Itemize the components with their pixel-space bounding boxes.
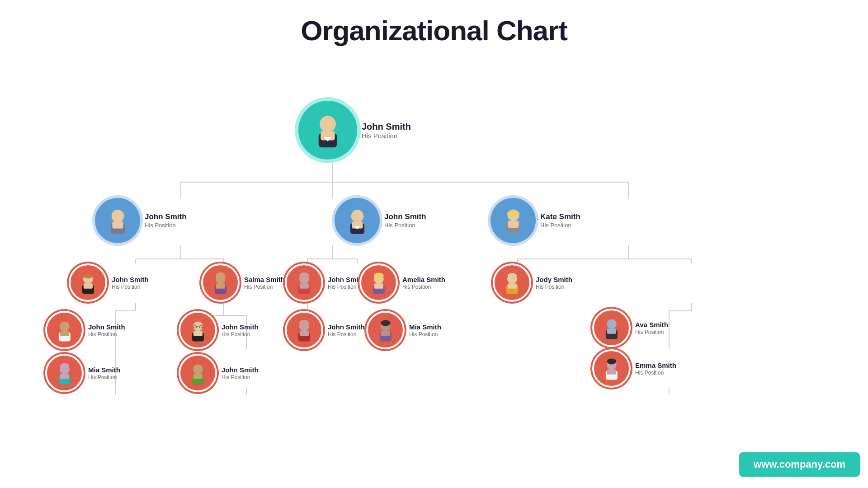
svg-rect-47 xyxy=(508,221,519,228)
l3-ll2-avatar xyxy=(45,354,84,392)
l1-left-label: John Smith His Position xyxy=(145,212,187,228)
svg-rect-71 xyxy=(60,331,69,336)
l2-r-node: Jody Smith His Position xyxy=(493,263,572,302)
l1-mid-avatar xyxy=(335,198,380,243)
svg-point-56 xyxy=(216,272,226,278)
l2-mr-node: Amelia Smith His Position xyxy=(359,263,445,302)
root-node: John Smith His Position xyxy=(298,101,411,160)
l3-lr1-node: John Smith His Position xyxy=(179,311,259,349)
l3-ll-avatar xyxy=(45,311,84,349)
l3-r2-label: Emma Smith His Position xyxy=(635,361,676,376)
l1-mid-label: John Smith His Position xyxy=(384,212,426,228)
svg-point-68 xyxy=(507,273,516,278)
svg-rect-78 xyxy=(193,331,202,336)
svg-point-82 xyxy=(193,364,203,374)
svg-point-60 xyxy=(299,272,309,278)
svg-rect-95 xyxy=(607,328,616,334)
page-title: Organizational Chart xyxy=(0,0,868,47)
l2-r-label: Jody Smith His Position xyxy=(536,276,572,290)
svg-point-48 xyxy=(507,211,519,217)
l3-r2-node: Emma Smith His Position xyxy=(592,349,676,388)
l1-right-label: Kate Smith His Position xyxy=(540,212,580,228)
svg-rect-84 xyxy=(193,374,202,379)
svg-rect-55 xyxy=(216,283,225,289)
root-label: John Smith His Position xyxy=(362,121,411,140)
svg-rect-59 xyxy=(299,283,308,289)
l3-mr-label: Mia Smith His Position xyxy=(409,323,441,338)
svg-rect-63 xyxy=(374,283,383,289)
l3-ll-label: John Smith His Position xyxy=(88,323,125,338)
l2-lr-node: Salma Smith His Position xyxy=(201,263,285,302)
org-chart: John Smith His Position John Smith His P… xyxy=(0,51,868,485)
l2-ml-avatar xyxy=(285,263,323,302)
svg-point-52 xyxy=(83,274,92,278)
l3-ml-avatar xyxy=(285,311,323,349)
svg-point-93 xyxy=(607,319,617,329)
l3-lr2-node: John Smith His Position xyxy=(179,354,259,392)
svg-point-34 xyxy=(320,116,336,132)
svg-point-41 xyxy=(351,210,363,222)
l3-r1-label: Ava Smith His Position xyxy=(635,321,668,335)
root-avatar xyxy=(298,101,357,160)
svg-point-88 xyxy=(299,319,309,326)
l2-lr-avatar xyxy=(201,263,240,302)
l1-right-avatar xyxy=(491,198,536,243)
l2-r-avatar xyxy=(493,263,531,302)
l3-r1-node: Ava Smith His Position xyxy=(592,309,668,347)
l2-mr-label: Amelia Smith His Position xyxy=(402,276,445,290)
l3-mr-node: Mia Smith His Position xyxy=(366,311,441,349)
l3-r1-avatar xyxy=(592,309,631,347)
l2-lr-label: Salma Smith His Position xyxy=(244,276,285,290)
l3-ll-node: John Smith His Position xyxy=(45,311,125,349)
l3-ml-label: John Smith His Position xyxy=(328,323,365,338)
l3-mr-avatar xyxy=(366,311,405,349)
svg-point-99 xyxy=(607,358,616,364)
l3-lr2-label: John Smith His Position xyxy=(222,366,259,380)
svg-point-69 xyxy=(60,321,70,331)
l2-mr-avatar xyxy=(359,263,398,302)
svg-rect-91 xyxy=(381,331,390,336)
l3-lr2-avatar xyxy=(179,354,217,392)
svg-point-92 xyxy=(381,320,391,326)
l3-ll2-node: Mia Smith His Position xyxy=(45,354,120,392)
l2-ll-node: John Smith His Position xyxy=(69,263,149,302)
svg-rect-98 xyxy=(607,369,616,375)
l2-ll-label: John Smith His Position xyxy=(112,276,149,290)
svg-rect-87 xyxy=(299,331,308,336)
svg-point-76 xyxy=(193,321,203,331)
l3-lr1-avatar xyxy=(179,311,217,349)
svg-rect-74 xyxy=(60,374,69,379)
l2-ml-node: John Smith His Position xyxy=(285,263,365,302)
l1-mid-node: John Smith His Position xyxy=(335,198,426,243)
svg-rect-67 xyxy=(507,283,516,289)
footer-url: www.company.com xyxy=(739,452,860,477)
svg-point-38 xyxy=(111,210,124,222)
svg-rect-40 xyxy=(112,221,123,229)
svg-rect-51 xyxy=(83,283,92,289)
l3-ml-node: John Smith His Position xyxy=(285,311,365,349)
l1-left-node: John Smith His Position xyxy=(95,198,187,243)
l1-left-avatar xyxy=(95,198,140,243)
l3-lr1-label: John Smith His Position xyxy=(222,323,259,338)
svg-point-64 xyxy=(374,272,384,278)
l3-ll2-label: Mia Smith His Position xyxy=(88,366,120,380)
l2-ll-avatar xyxy=(69,263,107,302)
l3-r2-avatar xyxy=(592,349,631,388)
l1-right-node: Kate Smith His Position xyxy=(491,198,580,243)
svg-point-75 xyxy=(60,363,69,369)
